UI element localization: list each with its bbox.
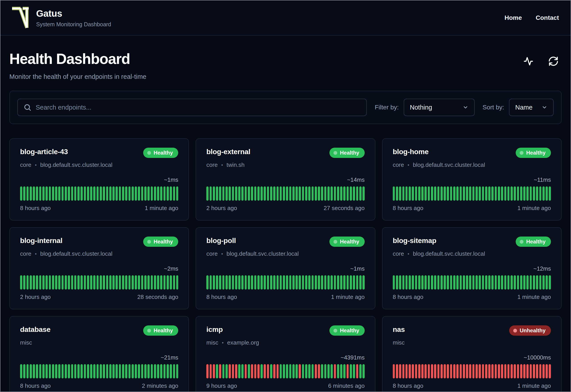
status-bar[interactable]: [74, 364, 76, 378]
status-bar[interactable]: [396, 186, 398, 201]
endpoint-card[interactable]: blog-home Healthy core • blog.default.sv…: [382, 138, 562, 221]
status-bar[interactable]: [283, 275, 285, 290]
status-bar[interactable]: [396, 275, 398, 290]
status-bar[interactable]: [299, 275, 301, 290]
status-bar[interactable]: [216, 275, 218, 290]
status-bar[interactable]: [514, 364, 516, 378]
status-bar[interactable]: [65, 275, 67, 290]
status-bar[interactable]: [157, 364, 159, 378]
status-bar[interactable]: [138, 275, 140, 290]
status-bar[interactable]: [125, 186, 127, 201]
status-bar[interactable]: [399, 186, 401, 201]
status-bar[interactable]: [170, 186, 172, 201]
status-bar[interactable]: [476, 186, 478, 201]
status-bar[interactable]: [315, 275, 317, 290]
status-bar[interactable]: [100, 275, 102, 290]
status-bar[interactable]: [450, 186, 452, 201]
status-bar[interactable]: [530, 275, 532, 290]
status-bar[interactable]: [399, 275, 401, 290]
status-bar[interactable]: [257, 186, 260, 201]
status-bar[interactable]: [260, 364, 263, 378]
search-input[interactable]: [36, 104, 361, 111]
status-bar[interactable]: [80, 186, 83, 201]
status-bar[interactable]: [530, 186, 532, 201]
status-bar[interactable]: [20, 275, 22, 290]
refresh-icon[interactable]: [548, 56, 558, 66]
status-bar[interactable]: [116, 364, 118, 378]
status-bar[interactable]: [80, 275, 83, 290]
status-bar[interactable]: [421, 186, 423, 201]
status-bar[interactable]: [160, 364, 162, 378]
status-bar[interactable]: [359, 186, 361, 201]
status-bar[interactable]: [511, 275, 513, 290]
status-bar[interactable]: [526, 364, 529, 378]
status-bar[interactable]: [472, 275, 475, 290]
status-bar[interactable]: [112, 186, 115, 201]
status-bar[interactable]: [267, 275, 269, 290]
status-bar[interactable]: [542, 186, 545, 201]
status-bar[interactable]: [61, 364, 64, 378]
status-bar[interactable]: [530, 364, 532, 378]
status-bar[interactable]: [109, 186, 112, 201]
status-bar[interactable]: [210, 186, 212, 201]
status-bar[interactable]: [296, 275, 298, 290]
status-bar[interactable]: [296, 364, 298, 378]
status-bar[interactable]: [27, 275, 29, 290]
status-bar[interactable]: [292, 275, 295, 290]
status-bar[interactable]: [176, 275, 179, 290]
status-bar[interactable]: [238, 186, 240, 201]
status-bar[interactable]: [112, 364, 115, 378]
status-bar[interactable]: [460, 364, 462, 378]
status-bar[interactable]: [312, 186, 314, 201]
status-bar[interactable]: [219, 364, 221, 378]
status-bar[interactable]: [324, 275, 327, 290]
status-bar[interactable]: [315, 186, 317, 201]
status-bar[interactable]: [30, 275, 32, 290]
status-bar[interactable]: [61, 186, 64, 201]
status-bar[interactable]: [97, 186, 99, 201]
status-bar[interactable]: [482, 275, 484, 290]
status-bar[interactable]: [23, 275, 25, 290]
status-bar[interactable]: [65, 186, 67, 201]
status-bar[interactable]: [71, 275, 73, 290]
status-bar[interactable]: [321, 275, 323, 290]
endpoint-card[interactable]: icmp Healthy misc • example.org ~4391ms …: [195, 316, 375, 392]
status-bar[interactable]: [241, 275, 243, 290]
status-bar[interactable]: [106, 364, 108, 378]
status-bar[interactable]: [45, 275, 48, 290]
status-bar[interactable]: [135, 275, 137, 290]
status-bar[interactable]: [42, 364, 45, 378]
status-bar[interactable]: [87, 186, 89, 201]
status-bar[interactable]: [273, 275, 275, 290]
status-bar[interactable]: [241, 364, 243, 378]
status-bar[interactable]: [141, 186, 143, 201]
status-bar[interactable]: [488, 275, 491, 290]
status-bar[interactable]: [466, 364, 468, 378]
status-bar[interactable]: [549, 275, 551, 290]
status-bar[interactable]: [337, 364, 339, 378]
status-bar[interactable]: [71, 364, 73, 378]
status-bar[interactable]: [308, 275, 311, 290]
status-bar[interactable]: [428, 186, 430, 201]
status-bar[interactable]: [463, 186, 465, 201]
status-bar[interactable]: [128, 364, 131, 378]
status-bar[interactable]: [77, 364, 80, 378]
status-bar[interactable]: [132, 275, 134, 290]
status-bar[interactable]: [424, 275, 427, 290]
status-bar[interactable]: [491, 186, 494, 201]
status-bar[interactable]: [109, 364, 112, 378]
status-bar[interactable]: [148, 275, 150, 290]
status-bar[interactable]: [498, 364, 500, 378]
status-bar[interactable]: [270, 364, 272, 378]
status-bar[interactable]: [93, 186, 95, 201]
status-bar[interactable]: [340, 186, 342, 201]
status-bar[interactable]: [170, 364, 172, 378]
status-bar[interactable]: [305, 364, 307, 378]
status-bar[interactable]: [154, 275, 156, 290]
status-bar[interactable]: [328, 275, 330, 290]
status-bar[interactable]: [39, 275, 42, 290]
status-bar[interactable]: [36, 275, 38, 290]
status-bar[interactable]: [334, 186, 336, 201]
status-bar[interactable]: [45, 364, 48, 378]
status-bar[interactable]: [116, 186, 118, 201]
